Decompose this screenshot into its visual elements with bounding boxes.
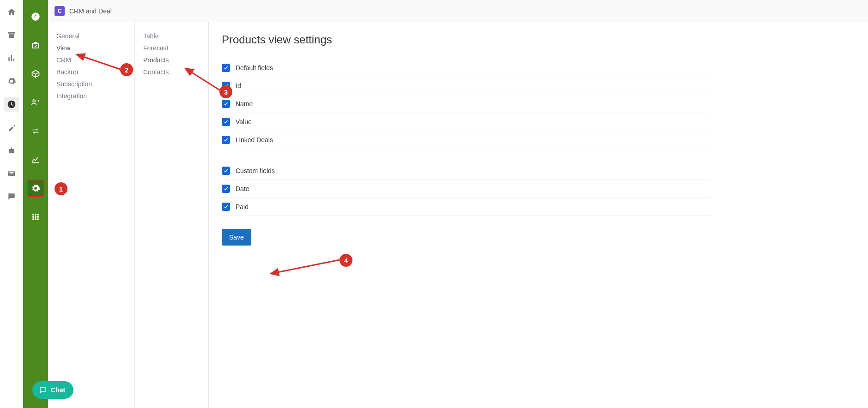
field-row[interactable]: Name xyxy=(222,95,711,113)
checkbox-icon[interactable] xyxy=(222,100,230,108)
svg-point-0 xyxy=(32,214,34,215)
settings-nav-item[interactable]: Integration xyxy=(56,92,125,100)
app-sidebar xyxy=(23,0,48,408)
robot-icon[interactable] xyxy=(4,143,19,158)
field-label: Value xyxy=(236,118,252,126)
svg-point-4 xyxy=(35,216,36,217)
field-row[interactable]: Date xyxy=(222,180,711,198)
app-logo-icon[interactable] xyxy=(27,8,44,25)
checkbox-icon[interactable] xyxy=(222,118,230,126)
chat-label: Chat xyxy=(51,386,65,394)
view-subnav-item[interactable]: Contacts xyxy=(143,68,199,76)
content-area: Products view settings Default fields Id… xyxy=(209,22,868,408)
archive-icon[interactable] xyxy=(4,28,19,42)
comment-icon[interactable] xyxy=(4,189,19,204)
svg-point-1 xyxy=(35,214,36,215)
custom-fields-toggle[interactable]: Custom fields xyxy=(222,162,711,180)
annotation-badge-2: 2 xyxy=(120,63,133,76)
settings-nav-item[interactable]: Subscription xyxy=(56,80,125,88)
page-title: Products view settings xyxy=(222,33,850,46)
trend-icon[interactable] xyxy=(27,151,44,168)
checkbox-icon[interactable] xyxy=(222,203,230,211)
save-button[interactable]: Save xyxy=(222,229,251,246)
field-row[interactable]: Id xyxy=(222,77,711,95)
checkbox-icon[interactable] xyxy=(222,136,230,144)
svg-point-6 xyxy=(32,218,34,220)
header-bar: C CRM and Deal xyxy=(48,0,868,22)
field-label: Id xyxy=(236,82,241,90)
users-icon[interactable] xyxy=(27,94,44,111)
annotation-badge-1: 1 xyxy=(55,182,67,195)
home-icon[interactable] xyxy=(4,5,19,19)
settings-nav-item[interactable]: View xyxy=(56,44,125,52)
app-header-icon: C xyxy=(55,6,65,16)
settings-nav: GeneralViewCRMBackupSubscriptionIntegrat… xyxy=(48,22,135,408)
field-row[interactable]: Linked Deals xyxy=(222,131,711,149)
svg-point-3 xyxy=(32,216,34,217)
field-label: Name xyxy=(236,100,253,108)
settings-nav-item[interactable]: CRM xyxy=(56,56,125,64)
field-label: Date xyxy=(236,185,249,192)
checkbox-icon[interactable] xyxy=(222,167,230,175)
app-crm-icon[interactable] xyxy=(4,97,19,112)
settings-nav-item[interactable]: General xyxy=(56,32,125,40)
group-label: Default fields xyxy=(236,64,273,72)
checkbox-icon[interactable] xyxy=(222,64,230,72)
mail-icon[interactable] xyxy=(4,166,19,181)
settings-gear-icon[interactable] xyxy=(27,180,44,197)
default-fields-toggle[interactable]: Default fields xyxy=(222,59,711,77)
outer-rail xyxy=(0,0,23,408)
group-label: Custom fields xyxy=(236,167,275,174)
settings-nav-item[interactable]: Backup xyxy=(56,68,125,76)
svg-point-5 xyxy=(37,216,38,217)
chart-icon[interactable] xyxy=(4,51,19,66)
field-label: Linked Deals xyxy=(236,136,273,144)
apps-grid-icon[interactable] xyxy=(27,209,44,225)
wand-icon[interactable] xyxy=(4,120,19,135)
svg-point-7 xyxy=(35,218,36,220)
gear-grey-icon[interactable] xyxy=(4,74,19,89)
annotation-badge-4: 4 xyxy=(340,254,352,267)
briefcase-icon[interactable] xyxy=(27,37,44,54)
field-row[interactable]: Value xyxy=(222,113,711,131)
annotation-badge-3: 3 xyxy=(219,85,232,98)
box-icon[interactable] xyxy=(27,66,44,82)
transfer-icon[interactable] xyxy=(27,123,44,139)
view-subnav-item[interactable]: Table xyxy=(143,32,199,40)
checkbox-icon[interactable] xyxy=(222,185,230,193)
header-title: CRM and Deal xyxy=(69,7,112,15)
svg-point-2 xyxy=(37,214,38,215)
view-subnav-item[interactable]: Products xyxy=(143,56,199,64)
view-subnav-item[interactable]: Forecast xyxy=(143,44,199,52)
field-label: Paid xyxy=(236,203,249,210)
chat-icon xyxy=(39,386,47,394)
chat-button[interactable]: Chat xyxy=(32,381,73,399)
view-subnav: TableForecastProductsContacts xyxy=(135,22,209,408)
svg-point-8 xyxy=(37,218,38,220)
field-row[interactable]: Paid xyxy=(222,198,711,216)
